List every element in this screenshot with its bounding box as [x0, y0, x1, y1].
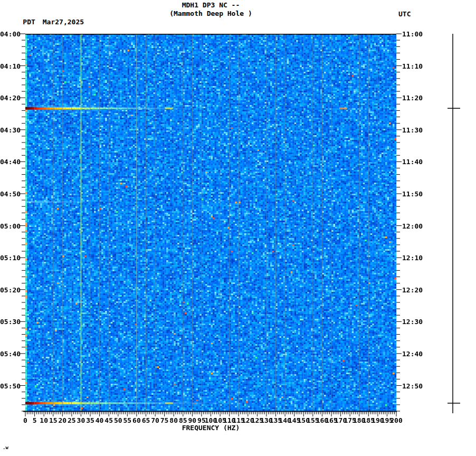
right-time-label: 12:00 [402, 222, 434, 230]
right-time-label: 12:30 [402, 318, 434, 326]
left-time-label: 04:00 [0, 30, 20, 38]
spectrogram-page: PDTMar27,2025 MDH1 DP3 NC -- (Mammoth De… [0, 0, 476, 456]
left-time-label: 05:00 [0, 222, 20, 230]
station-subtitle: (Mammoth Deep Hole ) [25, 10, 396, 18]
left-time-label: 05:10 [0, 254, 20, 262]
left-time-label: 04:20 [0, 94, 20, 102]
timezone-left-label: PDT [23, 18, 35, 26]
corner-note: .w [3, 445, 8, 450]
title-block: MDH1 DP3 NC -- (Mammoth Deep Hole ) [25, 1, 396, 18]
right-time-label: 12:10 [402, 254, 434, 262]
right-time-label: 11:50 [402, 190, 434, 198]
left-time-label: 05:30 [0, 318, 20, 326]
left-time-label: 05:40 [0, 350, 20, 358]
right-time-label: 11:40 [402, 158, 434, 166]
frequency-tick-label: 200 [386, 416, 407, 424]
right-time-label: 11:20 [402, 94, 434, 102]
right-time-label: 11:30 [402, 126, 434, 134]
left-time-label: 05:50 [0, 382, 20, 390]
left-time-label: 04:50 [0, 190, 20, 198]
left-time-label: 05:20 [0, 286, 20, 294]
timezone-right-label: UTC [398, 10, 411, 18]
date-label: Mar27,2025 [43, 18, 84, 26]
header-right: UTC [398, 10, 411, 18]
left-time-label: 04:30 [0, 126, 20, 134]
station-title: MDH1 DP3 NC -- [25, 1, 396, 10]
right-time-label: 12:40 [402, 350, 434, 358]
right-time-label: 12:50 [402, 382, 434, 390]
right-time-label: 11:10 [402, 62, 434, 70]
left-time-label: 04:40 [0, 158, 20, 166]
right-time-label: 11:00 [402, 30, 434, 38]
left-time-label: 04:10 [0, 62, 20, 70]
spectrogram-heatmap [25, 34, 396, 411]
right-time-label: 12:20 [402, 286, 434, 294]
frequency-axis-title: FREQUENCY (HZ) [25, 424, 396, 432]
